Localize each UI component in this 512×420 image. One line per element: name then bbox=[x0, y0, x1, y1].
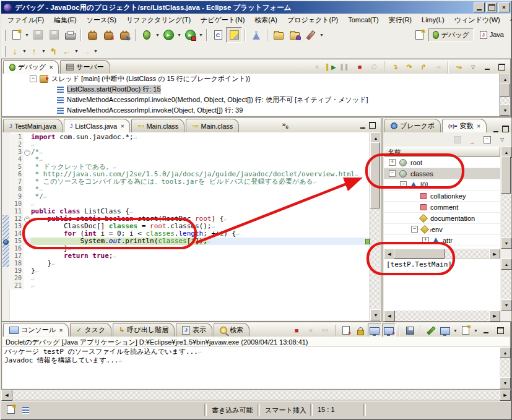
code-line-2[interactable]: 2↵ bbox=[9, 141, 370, 148]
view-tree-button[interactable] bbox=[20, 404, 31, 415]
close-tab-icon[interactable]: × bbox=[50, 64, 53, 71]
tree-expander-icon[interactable]: − bbox=[400, 181, 407, 188]
show-console-stdout-toggle[interactable] bbox=[368, 324, 381, 337]
menu-item-0[interactable]: ファイル(F) bbox=[2, 14, 49, 27]
variables-minimize-icon[interactable] bbox=[493, 126, 498, 132]
minimize-button[interactable] bbox=[474, 2, 485, 12]
var-row-collationkey[interactable]: collationkey bbox=[384, 191, 500, 202]
code-line-6[interactable]: 6 * http://java.sun.com/j2se/1.5.0/ja/do… bbox=[9, 171, 370, 178]
scroll-down-icon[interactable]: ▼ bbox=[500, 377, 511, 388]
scroll-left-icon[interactable]: ◀ bbox=[384, 311, 395, 322]
pin-console-button[interactable] bbox=[424, 324, 438, 337]
console-vertical-scrollbar[interactable]: ▲ ▼ bbox=[500, 347, 510, 388]
run-button[interactable]: ▶ bbox=[160, 27, 176, 43]
terminate-button[interactable]: ■ bbox=[353, 60, 367, 74]
code-lines[interactable]: 1import com.sun.javadoc.*;↵2↵3−/*↵4 *↵5 … bbox=[9, 134, 370, 289]
var-row-attr[interactable]: +attr bbox=[384, 235, 500, 246]
forward-button[interactable]: → bbox=[79, 45, 93, 58]
line-number[interactable]: 4 bbox=[9, 156, 24, 163]
line-number[interactable]: 1 bbox=[9, 134, 24, 141]
maximize-button[interactable] bbox=[486, 2, 497, 12]
resume-button[interactable]: ▍▶ bbox=[324, 60, 338, 74]
menu-item-5[interactable]: 検索(A) bbox=[249, 14, 282, 27]
perspective-debug-button[interactable]: デバッグ bbox=[428, 28, 474, 41]
menu-item-8[interactable]: 実行(R) bbox=[384, 14, 417, 27]
code-line-18[interactable]: 18 }↵ bbox=[9, 260, 370, 267]
editor-maximize-icon[interactable] bbox=[369, 122, 376, 129]
scroll-right-icon[interactable]: ▶ bbox=[489, 311, 500, 322]
code-line-5[interactable]: 5 * ドックレットである。↵ bbox=[9, 163, 370, 171]
save-console-button[interactable] bbox=[403, 324, 417, 337]
line-number[interactable]: 18 bbox=[9, 260, 24, 267]
tab-tasks[interactable]: ✓タスク bbox=[70, 323, 111, 336]
variable-detail-pane[interactable]: [testP.TestMain] bbox=[384, 259, 500, 311]
menu-item-11[interactable]: ヘルプ(H) bbox=[505, 14, 512, 27]
paintbrush-button[interactable] bbox=[303, 27, 319, 43]
debug-scrollbar[interactable]: ▲ ▼ bbox=[499, 74, 510, 116]
fold-marker-icon[interactable]: − bbox=[24, 216, 30, 223]
tab-listclass-java[interactable]: JListClass.java× bbox=[64, 119, 131, 132]
display-selected-console-button[interactable] bbox=[438, 324, 452, 337]
variables-maximize-icon[interactable] bbox=[502, 126, 509, 132]
code-line-16[interactable]: 16 }↵ bbox=[9, 245, 370, 252]
debug-view-minimize-button[interactable] bbox=[480, 60, 494, 74]
scroll-up-icon[interactable]: ▲ bbox=[500, 347, 511, 358]
tab-console[interactable]: コンソール× bbox=[3, 323, 69, 336]
forward-dropdown[interactable]: ▼ bbox=[93, 45, 98, 58]
remove-terminated-button[interactable]: × bbox=[310, 60, 324, 74]
scroll-down-icon[interactable]: ▼ bbox=[501, 299, 512, 311]
tab-variables[interactable]: (x)= 変数 × bbox=[442, 119, 487, 132]
code-line-4[interactable]: 4 *↵ bbox=[9, 156, 370, 163]
tree-expander-icon[interactable]: − bbox=[389, 170, 396, 177]
line-number[interactable]: 17 bbox=[9, 252, 24, 260]
line-number[interactable]: 7 bbox=[9, 178, 24, 186]
remove-launch-button[interactable]: × bbox=[304, 324, 318, 337]
menu-item-9[interactable]: Limy(L) bbox=[417, 14, 449, 25]
breakpoint-current-line-icon[interactable] bbox=[2, 238, 9, 245]
console-output[interactable]: パッケージ testP のソースファイルを読み込んでいます...↵Javadoc… bbox=[2, 347, 510, 388]
tomcat-stop-button[interactable]: × bbox=[100, 27, 116, 43]
code-line-10[interactable]: 10↵ bbox=[9, 200, 370, 208]
line-number[interactable]: 21 bbox=[9, 282, 24, 289]
code-line-12[interactable]: 12− public static boolean start(RootDoc … bbox=[9, 215, 370, 223]
code-editor[interactable]: 1import com.sun.javadoc.*;↵2↵3−/*↵4 *↵5 … bbox=[2, 132, 380, 320]
display-console-dropdown[interactable]: ▼ bbox=[453, 324, 458, 337]
line-number[interactable]: 12 bbox=[9, 215, 24, 223]
last-edit-location-button[interactable]: ↰ bbox=[46, 45, 60, 58]
overview-ruler-mark[interactable] bbox=[365, 239, 370, 244]
line-number[interactable]: 3 bbox=[9, 148, 24, 156]
code-line-13[interactable]: 13 ClassDoc[] classes = root.classes();↵ bbox=[9, 223, 370, 230]
tab-main-class-2[interactable]: 010Main.class bbox=[186, 119, 239, 132]
code-line-1[interactable]: 1import com.sun.javadoc.*;↵ bbox=[9, 134, 370, 141]
tree-expander-icon[interactable]: − bbox=[411, 226, 418, 233]
stack-frame-1[interactable]: NativeMethodAccessorImpl.invoke0(Method,… bbox=[2, 95, 510, 105]
suspend-button[interactable]: ▌▌ bbox=[339, 60, 352, 74]
variables-column-header[interactable]: 名前 bbox=[384, 147, 500, 157]
console-maximize-button[interactable] bbox=[493, 324, 507, 337]
scrollbar-thumb[interactable] bbox=[501, 156, 511, 194]
step-filters-button[interactable]: ↝ bbox=[452, 60, 466, 74]
var-row-classes[interactable]: −classes bbox=[384, 168, 500, 179]
toolbar-handle[interactable] bbox=[2, 46, 6, 57]
close-tab-icon[interactable]: × bbox=[477, 123, 480, 129]
next-annotation-dropdown[interactable]: ▼ bbox=[22, 45, 27, 58]
menu-item-3[interactable]: リファクタリング(T) bbox=[121, 14, 196, 27]
open-perspective-button[interactable]: ✱ bbox=[413, 28, 427, 41]
step-over-button[interactable]: ↷ bbox=[402, 60, 416, 74]
variables-view-menu-button[interactable]: ▽ bbox=[495, 133, 509, 147]
code-line-7[interactable]: 7 * このソースをコンパイルする為には、tools.jarを ビルドパスに登録… bbox=[9, 178, 370, 186]
console-horizontal-scrollbar[interactable]: ◀ ▶ bbox=[1, 390, 511, 400]
variables-horizontal-scrollbar[interactable]: ◀ ▶ bbox=[384, 249, 500, 259]
fold-marker-icon[interactable]: − bbox=[24, 150, 30, 156]
console-minimize-button[interactable] bbox=[479, 324, 493, 337]
code-line-14[interactable]: 14 for (int i = 0; i < classes.length; +… bbox=[9, 230, 370, 238]
scroll-down-icon[interactable]: ▼ bbox=[500, 105, 510, 116]
scroll-lock-button[interactable] bbox=[354, 324, 367, 337]
console-terminate-button[interactable]: ■ bbox=[290, 324, 303, 337]
new-wizard-dropdown[interactable]: ▼ bbox=[24, 28, 30, 42]
tab-debug[interactable]: デバッグ × bbox=[3, 60, 59, 74]
perspective-java-button[interactable]: JJava bbox=[475, 29, 508, 41]
code-line-3[interactable]: 3−/*↵ bbox=[9, 148, 370, 156]
new-wizard-button[interactable]: ✱ bbox=[8, 27, 24, 43]
tomcat-start-button[interactable] bbox=[84, 27, 100, 43]
